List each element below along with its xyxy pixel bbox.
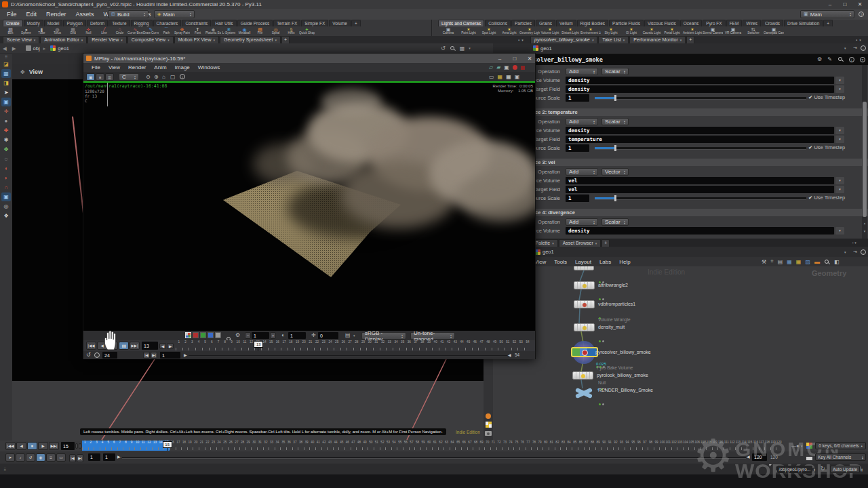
zoom-out-icon[interactable]: ⊖ (146, 74, 151, 80)
param-section-header[interactable]: Source 4: divergence (493, 209, 868, 216)
pose-tool-icon[interactable]: ● (1, 117, 11, 125)
shelf-tool-null[interactable]: ✛Null (81, 27, 96, 36)
pane-split-icon[interactable]: ▪ (856, 38, 857, 42)
shelf-tab-volume[interactable]: Volume (329, 20, 351, 26)
auto-update-select[interactable]: Auto Update (830, 466, 860, 473)
alpha-channel-icon[interactable] (215, 332, 221, 338)
pane-tab--[interactable]: + (281, 36, 290, 43)
mplay-frame-field[interactable]: 13 (142, 342, 158, 350)
source_volume-field-3[interactable]: vel (566, 177, 834, 184)
shelf-tab-lights-and-cameras[interactable]: Lights and Cameras (438, 20, 484, 26)
shelf-tab-terrain-fx[interactable]: Terrain FX (273, 20, 300, 26)
record-icon[interactable] (513, 65, 517, 70)
operator-path-field[interactable]: /obj/geo1/pyro... (777, 466, 812, 473)
shelf-tab-modify[interactable]: Modify (24, 20, 43, 26)
shelf-tab-model[interactable]: Model (44, 20, 63, 26)
snapshot-dot-icon[interactable] (486, 413, 491, 419)
pane-tab-animation-editor[interactable]: Animation Editor▾ (40, 36, 87, 43)
mplay-range-start-button[interactable]: |◀ (143, 352, 150, 359)
network-node-pyrolook_billowy_smoke[interactable] (572, 371, 593, 380)
mplay-slider-track[interactable] (189, 355, 507, 357)
menu-render[interactable]: Render (41, 11, 71, 18)
green-channel-icon[interactable] (200, 332, 206, 338)
handle-tool-icon[interactable]: ✛ (1, 107, 11, 116)
link-icon[interactable]: ↺ (441, 45, 446, 52)
grid-yellow-icon[interactable]: ▦ (498, 74, 503, 80)
source-scale-slider-track-3[interactable] (595, 197, 806, 200)
target_field-menu-icon-1[interactable]: ▾ (835, 85, 844, 93)
shelf-tool-quick-shapes[interactable]: ✦Quick Shapes (299, 27, 315, 36)
zoom-plus-button[interactable]: + (270, 332, 276, 339)
mplay-menu-view[interactable]: View (104, 64, 124, 70)
tab-caret-icon[interactable]: ▾ (623, 37, 625, 43)
range-slider-left-handle[interactable]: ▶ (117, 454, 121, 459)
keys-info-box[interactable]: 0 keys, 0/0 channels▴ (815, 442, 866, 449)
auto-update-updn-icon[interactable]: ▴▾ (861, 468, 863, 472)
maximize-button[interactable]: □ (840, 1, 850, 7)
current-frame-field[interactable]: 15 (61, 442, 75, 450)
key-caret-icon[interactable]: ▾ (801, 444, 803, 448)
image-info-icon[interactable]: i (180, 74, 185, 79)
pointer-icon[interactable]: ➤ (5, 453, 15, 462)
shelf-tool-volume-light[interactable]: ✶Volume Light (540, 27, 560, 36)
histogram-icon[interactable]: ▭ (489, 74, 494, 80)
mplay-frame-ruler[interactable]: 1234567891011121314151617181920212223242… (176, 340, 531, 351)
tab-caret-icon[interactable]: ▾ (167, 37, 170, 43)
audio-icon[interactable]: ♪ (16, 453, 25, 462)
control-gear-icon[interactable]: ⚙ (235, 332, 240, 338)
pane-tab-performance-monitor[interactable]: Performance Monitor▾ (629, 36, 686, 43)
snapshot-tool-icon[interactable]: ◨ (1, 79, 11, 87)
fit-icon[interactable]: ▢ (170, 74, 176, 80)
range-start-field[interactable]: 1 (88, 453, 100, 461)
gear-icon[interactable]: ⚙ (817, 56, 822, 62)
step-back-button[interactable] (75, 443, 78, 449)
shelf-tool-sphere[interactable]: ●Sphere (18, 27, 34, 36)
shelf-tab-collisions[interactable]: Collisions (485, 20, 511, 26)
magnet-3-icon[interactable]: ∩ (1, 183, 11, 192)
param-path[interactable]: geo1 (540, 45, 552, 52)
operation-select-4[interactable]: Add▴▾ (566, 218, 598, 226)
shelf-tab-hair-utils[interactable]: Hair Utils (212, 20, 236, 26)
target_field-menu-icon-2[interactable]: ▾ (835, 136, 844, 143)
shelf-tab-viscous-fluids[interactable]: Viscous Fluids (644, 20, 679, 26)
operation-type-select-1[interactable]: Scalar▴▾ (601, 68, 629, 75)
split-view-icon[interactable]: ◫ (105, 73, 114, 81)
pane-menu-icon[interactable]: ▪ (518, 38, 519, 42)
shelf-tool-distant-light[interactable]: ✶Distant Light (560, 27, 580, 36)
shelf-tab-oceans[interactable]: Oceans (680, 20, 702, 26)
orbit-tool-icon[interactable]: ◎ (1, 202, 11, 211)
shelf-tool-torus[interactable]: ◍Torus (50, 27, 65, 36)
mplay-pause-button[interactable]: ▮▮ (119, 342, 129, 350)
path-updn-icon[interactable]: ▴▾ (814, 468, 815, 472)
select-mode-icon[interactable]: ▦ (1, 69, 11, 78)
camera-icon[interactable] (485, 431, 492, 436)
mid-tab-+[interactable]: + (601, 239, 610, 247)
compare-icon[interactable]: ▰ (496, 64, 500, 70)
shelf-tool-spot-light[interactable]: ✶Spot Light (479, 27, 499, 36)
tab-caret-icon[interactable]: ▾ (121, 37, 123, 43)
shelf-tool-path[interactable]: ⌒Path (159, 27, 174, 36)
offset-field[interactable]: 0 (318, 332, 338, 339)
network-search-icon[interactable] (824, 259, 830, 265)
network-display-icon[interactable]: ◧ (834, 259, 840, 265)
step-fwd-button[interactable] (79, 443, 81, 449)
current-frame-marker[interactable]: 15 (163, 441, 172, 448)
shelf-tool-portal-light[interactable]: ✶Portal Light (662, 27, 682, 36)
zoom-in-icon[interactable]: ⊕ (154, 74, 159, 80)
tab-caret-icon[interactable]: ▾ (34, 37, 36, 43)
tree-icon[interactable]: ⌗ (770, 258, 774, 265)
mplay-window[interactable]: MPlay - /out/mantra1(raytrace)-16:59* – … (83, 53, 536, 359)
expand-icon[interactable]: ▣ (515, 74, 520, 80)
shelf-tab-+[interactable]: + (823, 20, 833, 26)
param-target-icon[interactable]: ◦ (861, 45, 866, 51)
shelf-tab-vellum[interactable]: Vellum (556, 20, 576, 26)
mplay-go-end-button[interactable]: ▶▶| (130, 342, 140, 350)
shelf-tool-vr-camera[interactable]: ▣VR Camera (723, 27, 743, 36)
param-section-header[interactable]: Source 2: temperature (493, 108, 868, 116)
source_volume-field-1[interactable]: density (566, 77, 834, 84)
shelf-tab-particles[interactable]: Particles (511, 20, 535, 26)
scroll-down-icon[interactable]: ▾ (862, 229, 867, 233)
source_volume-menu-icon-1[interactable]: ▾ (835, 77, 844, 84)
node-flag-icon[interactable] (602, 403, 604, 405)
shelf-tool-curve-bezier[interactable]: ∿Curve Bezier (127, 27, 143, 36)
